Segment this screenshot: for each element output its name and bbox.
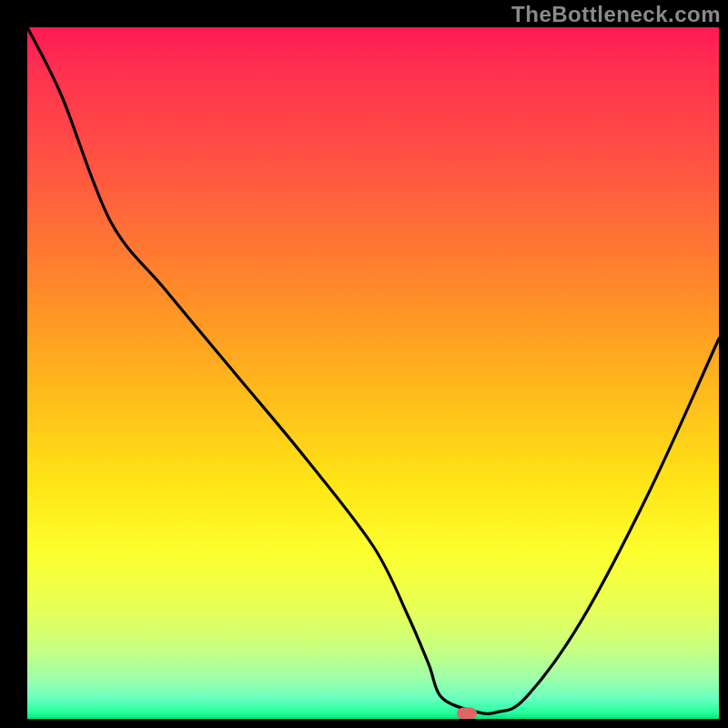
chart-container: TheBottleneck.com bbox=[0, 0, 728, 728]
optimal-point-marker bbox=[457, 707, 477, 719]
watermark-text: TheBottleneck.com bbox=[511, 2, 721, 27]
plot-area bbox=[27, 27, 719, 719]
bottleneck-curve bbox=[27, 27, 719, 719]
